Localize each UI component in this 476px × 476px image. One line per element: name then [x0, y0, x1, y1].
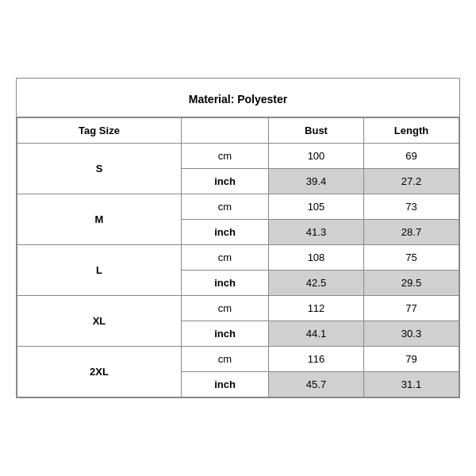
table-row: 2XLcm11679 [17, 347, 459, 372]
size-label: L [17, 245, 182, 296]
chart-title: Material: Polyester [17, 79, 459, 117]
table-header-row: Tag Size Bust Length [17, 118, 459, 144]
unit-cm: cm [182, 347, 269, 372]
header-length: Length [364, 118, 459, 144]
bust-inch: 41.3 [269, 220, 364, 245]
length-inch: 29.5 [364, 271, 459, 296]
length-cm: 79 [364, 347, 459, 372]
length-cm: 69 [364, 144, 459, 169]
unit-cm: cm [182, 194, 269, 220]
size-label: S [17, 144, 182, 194]
unit-inch: inch [182, 220, 269, 245]
length-cm: 77 [364, 296, 459, 321]
header-bust: Bust [269, 118, 364, 144]
unit-inch: inch [182, 321, 269, 347]
header-unit [182, 118, 269, 144]
length-inch: 28.7 [364, 220, 459, 245]
bust-inch: 45.7 [269, 372, 364, 397]
bust-cm: 108 [269, 245, 364, 271]
bust-cm: 100 [269, 144, 364, 169]
unit-cm: cm [182, 245, 269, 271]
unit-cm: cm [182, 144, 269, 169]
bust-inch: 39.4 [269, 169, 364, 194]
bust-cm: 105 [269, 194, 364, 220]
size-chart-container: Material: Polyester Tag Size Bust Length… [16, 78, 460, 398]
bust-cm: 116 [269, 347, 364, 372]
unit-inch: inch [182, 169, 269, 194]
table-row: Lcm10875 [17, 245, 459, 271]
unit-inch: inch [182, 372, 269, 397]
size-table: Tag Size Bust Length Scm10069inch39.427.… [17, 117, 459, 397]
table-row: Scm10069 [17, 144, 459, 169]
size-label: 2XL [17, 347, 182, 397]
length-inch: 30.3 [364, 321, 459, 347]
size-label: XL [17, 296, 182, 347]
table-row: Mcm10573 [17, 194, 459, 220]
header-tag-size: Tag Size [17, 118, 182, 144]
size-label: M [17, 194, 182, 245]
bust-cm: 112 [269, 296, 364, 321]
unit-cm: cm [182, 296, 269, 321]
bust-inch: 42.5 [269, 271, 364, 296]
table-row: XLcm11277 [17, 296, 459, 321]
length-cm: 75 [364, 245, 459, 271]
bust-inch: 44.1 [269, 321, 364, 347]
length-cm: 73 [364, 194, 459, 220]
length-inch: 31.1 [364, 372, 459, 397]
length-inch: 27.2 [364, 169, 459, 194]
unit-inch: inch [182, 271, 269, 296]
